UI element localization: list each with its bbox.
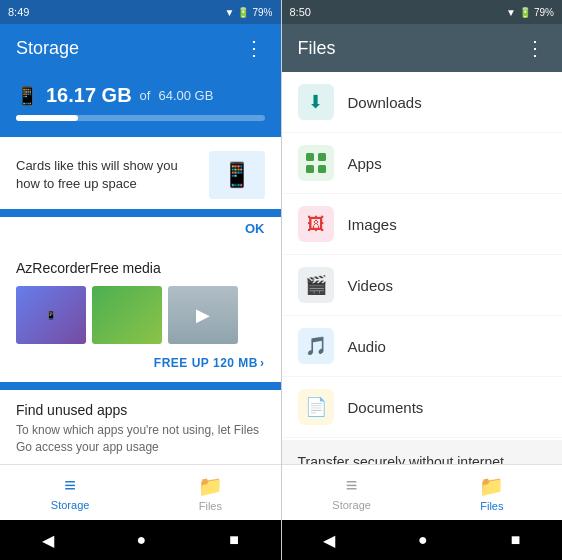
thumb-1: 📱 <box>16 286 86 344</box>
file-item-videos[interactable]: 🎬 Videos <box>282 255 563 316</box>
storage-content: 📱 16.17 GB of 64.00 GB Cards like this w… <box>0 72 281 464</box>
thumb-icon: ▶ <box>196 304 210 326</box>
images-label: Images <box>348 216 397 233</box>
files-nav-label: Files <box>199 500 222 512</box>
file-item-apps[interactable]: Apps <box>282 133 563 194</box>
storage-nav-icon: ≡ <box>64 474 76 497</box>
free-up-link[interactable]: FREE UP 120 MB › <box>16 356 265 370</box>
documents-label: Documents <box>348 399 424 416</box>
right-storage-nav-label: Storage <box>332 499 371 511</box>
videos-label: Videos <box>348 277 394 294</box>
recent-button[interactable]: ■ <box>229 531 239 549</box>
right-home-button[interactable]: ● <box>418 531 428 549</box>
phone-icon: 📱 <box>16 85 38 107</box>
left-status-bar: 8:49 ▼ 🔋 79% <box>0 0 281 24</box>
right-storage-nav-icon: ≡ <box>346 474 358 497</box>
svg-rect-1 <box>318 153 326 161</box>
apps-icon <box>298 145 334 181</box>
file-item-downloads[interactable]: ⬇ Downloads <box>282 72 563 133</box>
storage-icon-row: 📱 16.17 GB of 64.00 GB <box>16 84 265 107</box>
left-header: Storage ⋮ <box>0 24 281 72</box>
audio-icon: 🎵 <box>298 328 334 364</box>
left-menu-button[interactable]: ⋮ <box>244 36 265 60</box>
downloads-icon: ⬇ <box>298 84 334 120</box>
tip-card: Cards like this will show you how to fre… <box>0 137 281 209</box>
file-item-documents[interactable]: 📄 Documents <box>282 377 563 438</box>
tip-image: 📱 <box>209 151 265 199</box>
images-icon: 🖼 <box>298 206 334 242</box>
storage-of: of <box>140 88 151 103</box>
media-card: AzRecorderFree media 📱 ▶ FREE UP 120 MB … <box>0 248 281 382</box>
storage-nav-label: Storage <box>51 499 90 511</box>
left-nav-storage[interactable]: ≡ Storage <box>0 465 140 520</box>
right-nav-files[interactable]: 📁 Files <box>422 465 562 520</box>
storage-bar-fill <box>16 115 78 121</box>
videos-icon: 🎬 <box>298 267 334 303</box>
tip-ok-button[interactable]: OK <box>0 217 281 248</box>
storage-used: 16.17 GB <box>46 84 132 107</box>
right-recent-button[interactable]: ■ <box>511 531 521 549</box>
right-bottom-nav: ≡ Storage 📁 Files <box>282 464 563 520</box>
right-header: Files ⋮ <box>282 24 563 72</box>
back-button[interactable]: ◀ <box>42 531 54 550</box>
right-files-nav-icon: 📁 <box>479 474 504 498</box>
tip-phone-icon: 📱 <box>222 161 252 189</box>
right-time: 8:50 <box>290 6 311 18</box>
left-sys-nav: ◀ ● ■ <box>0 520 281 560</box>
downloads-label: Downloads <box>348 94 422 111</box>
transfer-title: Transfer securely without internet <box>298 454 547 464</box>
right-status-bar: 8:50 ▼ 🔋 79% <box>282 0 563 24</box>
left-bottom-nav: ≡ Storage 📁 Files <box>0 464 281 520</box>
left-panel: 8:49 ▼ 🔋 79% Storage ⋮ 📱 16.17 GB of 64.… <box>0 0 281 560</box>
right-files-nav-label: Files <box>480 500 503 512</box>
right-panel: 8:50 ▼ 🔋 79% Files ⋮ ⬇ Downloads Apps 🖼 … <box>282 0 563 560</box>
right-header-title: Files <box>298 38 336 59</box>
left-header-title: Storage <box>16 38 79 59</box>
right-menu-button[interactable]: ⋮ <box>525 36 546 60</box>
documents-icon: 📄 <box>298 389 334 425</box>
right-status-icons: ▼ 🔋 79% <box>506 7 554 18</box>
file-item-images[interactable]: 🖼 Images <box>282 194 563 255</box>
right-nav-storage[interactable]: ≡ Storage <box>282 465 422 520</box>
left-time: 8:49 <box>8 6 29 18</box>
unused-desc: To know which apps you're not using, let… <box>16 422 265 456</box>
right-back-button[interactable]: ◀ <box>323 531 335 550</box>
tip-text: Cards like this will show you how to fre… <box>16 157 209 193</box>
files-nav-icon: 📁 <box>198 474 223 498</box>
svg-rect-3 <box>318 165 326 173</box>
storage-bar-bg <box>16 115 265 121</box>
thumb-2 <box>92 286 162 344</box>
left-status-icons: ▼ 🔋 79% <box>225 7 273 18</box>
left-nav-files[interactable]: 📁 Files <box>140 465 280 520</box>
thumb-3: ▶ <box>168 286 238 344</box>
svg-rect-0 <box>306 153 314 161</box>
unused-title: Find unused apps <box>16 402 265 418</box>
media-title: AzRecorderFree media <box>16 260 265 276</box>
file-item-audio[interactable]: 🎵 Audio <box>282 316 563 377</box>
apps-label: Apps <box>348 155 382 172</box>
home-button[interactable]: ● <box>137 531 147 549</box>
right-sys-nav: ◀ ● ■ <box>282 520 563 560</box>
files-content: ⬇ Downloads Apps 🖼 Images 🎬 Videos 🎵 Aud… <box>282 72 563 464</box>
storage-info-card: 📱 16.17 GB of 64.00 GB <box>0 72 281 137</box>
svg-rect-2 <box>306 165 314 173</box>
transfer-section: Transfer securely without internet Fast … <box>282 440 563 464</box>
unused-card: Find unused apps To know which apps you'… <box>0 390 281 464</box>
audio-label: Audio <box>348 338 386 355</box>
media-thumbnails: 📱 ▶ <box>16 286 265 344</box>
storage-total: 64.00 GB <box>158 88 213 103</box>
